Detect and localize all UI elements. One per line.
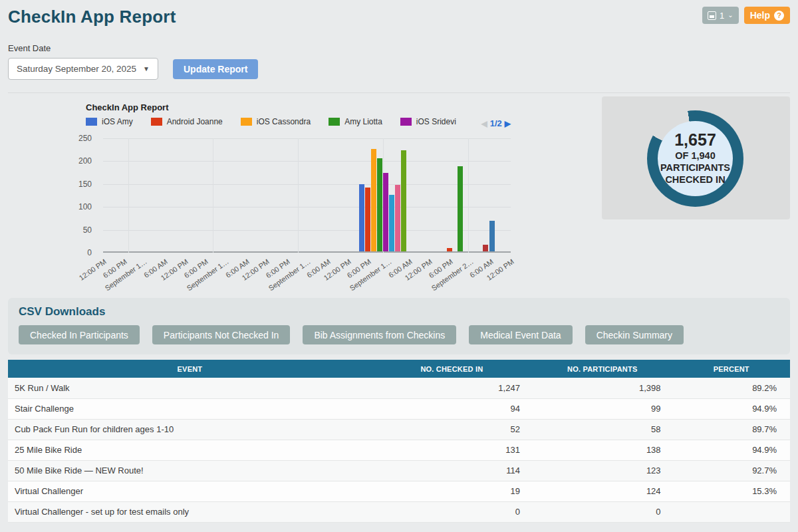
chart-bar[interactable] [371,149,376,251]
cell-event: Virtual Challenger - set up for test ema… [8,501,372,522]
y-tick-label: 0 [87,248,92,257]
cell-num: 52 [372,419,532,440]
view-count-button[interactable]: 1 ⌄ [702,7,739,24]
cell-pct: 92.7% [673,460,790,481]
chart-bar[interactable] [489,221,495,251]
event-date-label: Event Date [8,43,790,53]
cell-pct: 89.7% [673,419,790,440]
csv-download-button[interactable]: Checkin Summary [585,325,684,344]
chart-bar[interactable] [447,248,452,252]
bar-chart-plot [103,138,511,253]
csv-download-button[interactable]: Bib Assignments from Checkins [303,325,456,344]
chart-bar[interactable] [458,166,463,251]
gridline [298,138,299,253]
participants-word: PARTICIPANTS [647,162,743,174]
table-column-header: NO. CHECKED IN [372,360,532,378]
chart-bar[interactable] [359,184,364,251]
csv-download-button[interactable]: Medical Event Data [469,325,572,344]
cell-event: Cub Pack Fun Run for children ages 1-10 [8,419,372,440]
table-column-header: PERCENT [673,360,790,378]
cell-num: 124 [532,481,673,501]
cell-num: 58 [532,419,673,440]
chart-bar[interactable] [483,245,488,251]
legend-prev-icon[interactable]: ◀ [481,119,487,128]
chart-title: CheckIn App Report [86,102,168,112]
cell-num: 138 [532,440,673,460]
event-date-value: Saturday September 20, 2025 [17,64,136,74]
gridline [103,184,511,185]
gridline [128,138,129,253]
chart-bar[interactable] [401,150,406,251]
help-label: Help [750,10,770,21]
donut-text: 1,657 OF 1,940 PARTICIPANTS CHECKED IN [647,130,743,186]
cell-num: 19 [372,481,532,501]
cell-event: 5K Run / Walk [8,378,372,398]
legend-swatch-icon [329,118,340,126]
view-count: 1 [720,11,724,21]
csv-download-button[interactable]: Participants Not Checked In [152,325,291,344]
table-row: 25 Mile Bike Ride13113894.9% [8,440,790,460]
cell-pct: 94.9% [673,398,790,419]
legend-item[interactable]: Amy Liotta [329,117,382,126]
legend-item[interactable]: Android Joanne [151,117,223,126]
report-card-icon [708,11,716,20]
cell-num: 99 [532,398,673,419]
chart-bar[interactable] [395,185,400,251]
cell-num: 0 [372,501,532,522]
chart-bar[interactable] [383,173,388,251]
events-report-table: EVENTNO. CHECKED INNO. PARTICIPANTSPERCE… [8,360,790,523]
legend-next-icon[interactable]: ▶ [505,119,511,128]
y-tick-label: 150 [78,180,92,189]
legend-swatch-icon [241,118,252,126]
table-row: Cub Pack Fun Run for children ages 1-105… [8,419,790,440]
chart-bar[interactable] [389,195,394,251]
cell-pct: 89.2% [673,378,790,398]
gridline [213,138,213,253]
x-axis-labels: 12:00 PM6:00 PMSeptember 1…6:00 AM12:00 … [103,255,511,295]
top-bar: CheckIn App Report 1 ⌄ Help ? [0,0,798,27]
y-axis-labels: 050100150200250 [59,138,97,253]
question-mark-icon: ? [774,11,784,21]
chart-legend: iOS AmyAndroid JoanneiOS CassondraAmy Li… [86,117,456,126]
cell-pct: 94.9% [673,440,790,460]
filters-section: Event Date Saturday September 20, 2025 ▼… [0,43,798,80]
cell-event: 25 Mile Bike Ride [8,440,372,460]
cell-num: 0 [532,501,673,522]
update-report-button[interactable]: Update Report [173,59,258,79]
legend-item[interactable]: iOS Cassondra [241,117,311,126]
legend-swatch-icon [151,118,162,126]
legend-item[interactable]: iOS Sridevi [400,117,456,126]
cell-num: 1,247 [372,378,532,398]
page-title: CheckIn App Report [8,7,790,27]
cell-event: 50 Mile Bike Ride — NEW Route! [8,460,372,481]
chart-bar[interactable] [365,188,370,251]
chevron-down-icon: ⌄ [728,12,733,19]
legend-label: iOS Cassondra [257,117,311,126]
y-tick-label: 250 [78,134,92,143]
help-button[interactable]: Help ? [744,7,790,24]
cell-num: 94 [372,398,532,419]
gridline [103,161,511,162]
csv-downloads-title: CSV Downloads [19,305,779,319]
of-total: OF 1,940 [647,150,743,162]
cell-num: 131 [372,440,532,460]
table-header-row: EVENTNO. CHECKED INNO. PARTICIPANTSPERCE… [8,360,790,378]
legend-swatch-icon [400,118,412,126]
csv-download-button[interactable]: Checked In Participants [19,325,140,344]
event-date-select[interactable]: Saturday September 20, 2025 ▼ [8,58,158,80]
table-row: 5K Run / Walk1,2471,39889.2% [8,378,790,398]
legend-pager: ◀ 1/2 ▶ [481,118,511,128]
cell-event: Virtual Challenger [8,481,372,501]
legend-item[interactable]: iOS Amy [86,117,133,126]
table-row: 50 Mile Bike Ride — NEW Route!11412392.7… [8,460,790,481]
chart-bar[interactable] [377,158,382,251]
csv-downloads-panel: CSV Downloads Checked In ParticipantsPar… [8,298,790,354]
table-row: Stair Challenge949994.9% [8,398,790,419]
y-tick-label: 50 [83,225,92,235]
cell-num: 114 [372,460,532,481]
gridline [103,138,511,139]
cell-pct: 15.3% [673,481,790,501]
csv-buttons-row: Checked In ParticipantsParticipants Not … [19,325,779,344]
table-column-header: NO. PARTICIPANTS [532,360,673,378]
gridline [468,138,469,253]
